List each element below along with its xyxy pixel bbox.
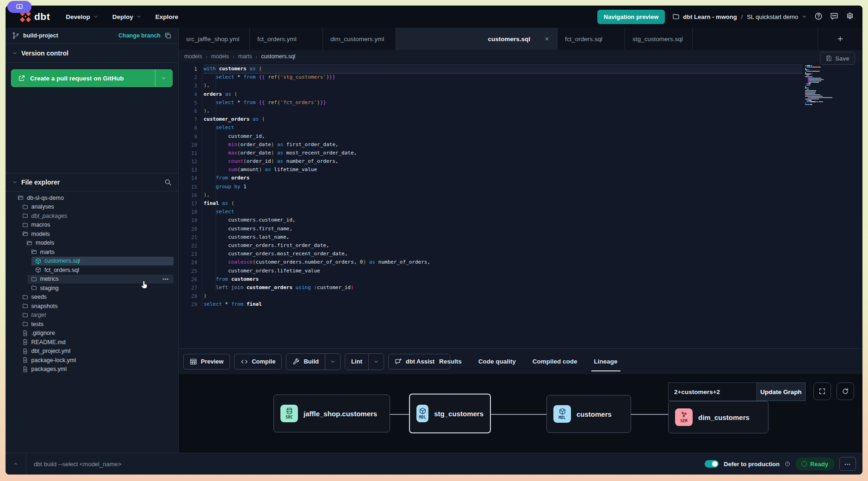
lineage-node-jaffle-shop-customers[interactable]: SRC jaffle_shop.customers [273,395,390,432]
search-icon[interactable] [164,179,172,186]
tree-item-macros[interactable]: macros [6,221,178,230]
code-line[interactable]: ), [204,81,802,90]
lineage-node-customers[interactable]: MDL customers [546,395,631,433]
tab-fct_orders-sql[interactable]: fct_orders.sql [558,28,625,50]
tree-item-.gitignore[interactable]: .gitignore [6,329,178,338]
lint-dropdown[interactable] [368,354,384,370]
tree-item-db-sl-qs-demo[interactable]: db-sl-qs-demo [6,193,178,203]
code-line[interactable]: ), [204,107,802,115]
lineage-selector-input[interactable] [668,382,757,401]
tree-item-dbt_packages[interactable]: dbt_packages [6,211,178,221]
crumb-models[interactable]: models [211,53,229,60]
tree-item-README.md[interactable]: README.md [6,338,178,347]
code-line[interactable]: ) [204,292,802,300]
tree-item-seeds[interactable]: seeds [6,293,178,302]
minimap[interactable] [805,65,847,105]
code-line[interactable]: count(order_id) as number_of_orders, [204,157,802,166]
code-content[interactable]: with customers as ( select * from {{ ref… [204,65,802,308]
close-icon[interactable] [544,36,550,42]
row-menu-button[interactable]: ••• [162,277,169,282]
lint-button[interactable]: Lint [345,354,368,370]
code-line[interactable]: customers.last_name, [204,233,802,241]
code-line[interactable]: final as ( [204,199,802,208]
tree-item-packages.yml[interactable]: packages.yml [6,365,178,374]
lineage-node-stg-customers[interactable]: MDL stg_customers [409,394,491,433]
crumb-models[interactable]: models [184,53,202,60]
help-icon[interactable] [785,461,790,467]
tree-item-package-lock.yml[interactable]: package-lock.yml [6,356,178,365]
settings-button[interactable] [846,12,854,22]
tree-item-target[interactable]: target [6,311,178,320]
tree-item-marts[interactable]: marts [6,247,178,257]
build-dropdown[interactable] [325,354,340,370]
tab-stg_customers[interactable]: stg_customers.sql [625,28,693,50]
update-graph-button[interactable]: Update Graph [756,382,806,401]
save-button[interactable]: Save [820,52,855,65]
lineage-node-dim-customers[interactable]: SEM dim_customers [668,401,769,433]
lineage-graph[interactable]: SRC jaffle_shop.customers MDL stg_custom… [179,374,862,453]
build-button[interactable]: Build [286,354,325,370]
code-line[interactable]: group by 1 [204,183,802,191]
help-button[interactable] [814,12,823,22]
change-branch-link[interactable]: Change branch [118,32,161,39]
code-line[interactable]: select * from {{ ref('stg_customers')}} [204,73,802,81]
code-line[interactable]: from customers [204,275,802,284]
tree-item-models[interactable]: models [6,229,178,239]
menu-deploy[interactable]: Deploy [112,13,142,20]
tree-item-fct_orders.sql[interactable]: fct_orders.sql [6,265,178,275]
code-line[interactable]: coalesce(customer_orders.number_of_order… [204,258,802,266]
tree-item-customers.sql[interactable]: customers.sql [31,257,174,266]
code-line[interactable]: with customers as ( [204,65,802,73]
code-line[interactable]: customer_id, [204,132,802,141]
menu-develop[interactable]: Develop [66,13,99,20]
tab-src_jaffle_shop[interactable]: src_jaffle_shop.yml [179,28,250,50]
code-line[interactable]: left join customer_orders using (custome… [204,284,802,292]
tab-results[interactable]: Results [439,349,462,374]
code-line[interactable]: ), [204,191,802,199]
tree-item-analyses[interactable]: analyses [6,203,178,212]
project-breadcrumb[interactable]: dbt Learn - mwong / SL quickstart demo [672,13,807,20]
crumb-marts[interactable]: marts [238,53,252,60]
new-tab-button[interactable] [818,28,862,50]
tab-compiled-code[interactable]: Compiled code [533,349,577,374]
code-line[interactable]: customer_orders.first_order_date, [204,241,802,250]
code-line[interactable]: customer_orders.most_recent_order_date, [204,250,802,258]
command-input[interactable]: dbt build --select <model_name> [34,461,121,468]
tree-item-staging[interactable]: staging [6,284,178,293]
code-line[interactable]: select [204,208,802,216]
defer-toggle[interactable] [705,460,719,468]
code-line[interactable]: customer_orders as ( [204,115,802,123]
code-line[interactable]: from orders [204,174,802,182]
tree-item-models[interactable]: models [6,239,178,248]
tab-dim_customers[interactable]: dim_customers.yml [323,28,396,50]
tree-item-tests[interactable]: tests [6,320,178,329]
tree-item-dbt_project.yml[interactable]: dbt_project.yml [6,347,178,356]
code-editor[interactable]: 1234567891011121314151617181920212223242… [179,62,862,348]
code-line[interactable]: select * from final [204,300,802,308]
tree-item-snapshots[interactable]: snapshots [6,302,178,311]
file-explorer-header[interactable]: File explorer [6,173,178,191]
tree-item-metrics[interactable]: metrics••• [27,275,174,284]
preview-button[interactable]: Preview [183,354,230,370]
code-line[interactable]: select * from {{ ref('fct_orders')}} [204,99,802,107]
tab-code-quality[interactable]: Code quality [478,349,516,374]
code-line[interactable]: customers.customer_id, [204,216,802,224]
tab-lineage[interactable]: Lineage [594,349,618,374]
code-line[interactable]: select [204,123,802,132]
more-options-button[interactable]: ... [839,457,856,471]
pr-dropdown-button[interactable] [155,70,172,86]
feedback-button[interactable] [830,12,838,22]
navigation-preview-button[interactable]: Navigation preview [597,10,665,24]
tab-fct_orders-yml[interactable]: fct_orders.yml [250,28,323,50]
menu-explore[interactable]: Explore [155,13,179,20]
expand-command-bar-button[interactable] [6,453,26,475]
version-control-header[interactable]: Version control [6,44,178,63]
compile-button[interactable]: Compile [234,354,282,370]
code-line[interactable]: sum(amount) as lifetime_value [204,166,802,174]
fullscreen-button[interactable] [813,382,831,400]
create-pr-button[interactable]: Create a pull request on GitHub [11,69,173,87]
code-line[interactable]: customer_orders.lifetime_value [204,267,802,275]
code-line[interactable]: min(order_date) as first_order_date, [204,141,802,149]
copy-icon[interactable] [164,32,172,39]
code-line[interactable]: customers.first_name, [204,225,802,233]
